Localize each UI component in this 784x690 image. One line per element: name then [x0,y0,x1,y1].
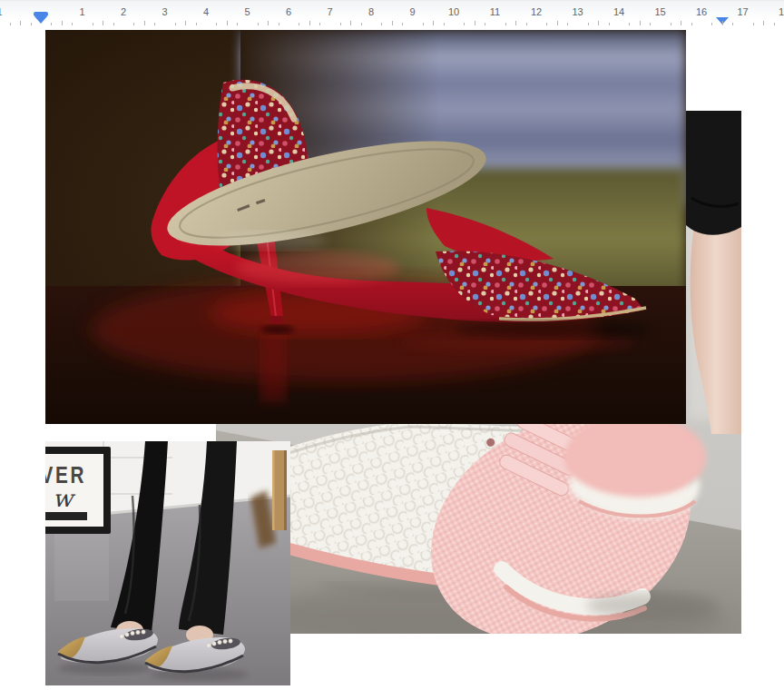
ruler-number: 13 [572,7,583,17]
ruler-number: 12 [531,7,542,17]
ruler-tick [113,23,114,25]
ruler-tick [557,21,558,25]
ruler-tick [268,21,269,25]
ruler-tick [299,23,299,25]
ruler-tick [10,23,11,25]
ruler-tick [640,21,641,25]
ruler-number: 5 [244,7,250,17]
ruler-tick [350,21,351,25]
ruler-tick [753,23,754,25]
ruler-number: 9 [409,7,415,17]
ruler-number: 16 [696,7,707,17]
poster-text-line2: w [53,485,76,512]
ruler-tick [72,23,73,25]
ruler-tick [515,21,516,25]
ruler-tick [93,23,93,25]
ruler-number: 4 [203,7,209,17]
wall-poster: VER w [45,447,111,534]
ruler-tick [227,21,228,25]
ruler-tick [629,23,630,25]
ruler-tick [216,23,217,25]
ruler-tick [154,23,155,25]
ruler-tick [31,23,32,25]
ruler-tick [62,21,63,25]
ruler-tick [609,23,610,25]
ruler-tick [485,23,485,25]
ruler-number: 8 [368,7,374,17]
ruler-tick [340,23,341,25]
ruler-tick [505,23,506,25]
ruler-tick [237,23,238,25]
ruler-tick [20,21,21,25]
ruler-tick [279,23,279,25]
ruler-tick [588,23,589,25]
heel-reflection [260,331,287,402]
ruler-tick [774,23,775,25]
ruler-tick [722,21,723,25]
left-indent-triangle-icon [34,16,47,24]
ruler-tick [381,23,382,25]
ruler-number: 3 [162,7,167,17]
ruler-number: 1 [0,7,3,17]
ruler-tick [361,23,362,25]
ruler-tick [258,23,259,25]
ruler-tick [196,23,197,25]
ruler-number: 10 [448,7,459,17]
heel-tip [270,316,283,324]
ruler-number: 7 [327,7,332,17]
ruler-tick [732,23,733,25]
ruler-tick [691,23,692,25]
ruler-tick [464,23,465,25]
ruler-tick [444,23,445,25]
ruler-tick [433,21,434,25]
ruler-number: 14 [613,7,624,17]
document-canvas: 1123456789101112131415161718 [0,0,784,690]
ruler-tick [175,23,176,25]
ruler-tick [598,21,599,25]
ruler-number: 17 [737,7,748,17]
ruler-tick [402,23,403,25]
ruler-tick [309,21,310,25]
ruler-number: 11 [490,7,500,17]
ruler-tick [681,21,681,25]
image-grey-flats[interactable]: VER w [45,441,290,685]
ruler-tick [526,23,527,25]
ruler-number: 2 [121,7,126,17]
ruler-tick [103,21,103,25]
ruler-number: 15 [654,7,665,17]
cropped-legging [686,111,741,235]
ruler-tick [546,23,547,25]
ruler-tick [185,21,186,25]
ruler-tick [567,23,568,25]
ruler-tick [319,23,320,25]
ruler-tick [51,23,52,25]
ruler-number: 1 [79,7,84,17]
ruler-tick [763,21,764,25]
image-red-heels[interactable] [45,30,686,424]
heels-photo-background [45,30,686,424]
ruler-tick [144,21,145,25]
ruler-tick [475,21,475,25]
ruler-number: 18 [779,7,784,17]
ruler-tick [423,23,424,25]
poster-bar [45,512,87,520]
left-indent-marker[interactable] [34,12,48,24]
ruler-tick [392,21,393,25]
ruler[interactable]: 1123456789101112131415161718 [0,0,784,28]
ruler-tick [650,23,651,25]
ruler-tick [671,23,671,25]
ruler-tick [133,23,134,25]
ruler-tick [711,23,712,25]
ruler-number: 6 [286,7,291,17]
